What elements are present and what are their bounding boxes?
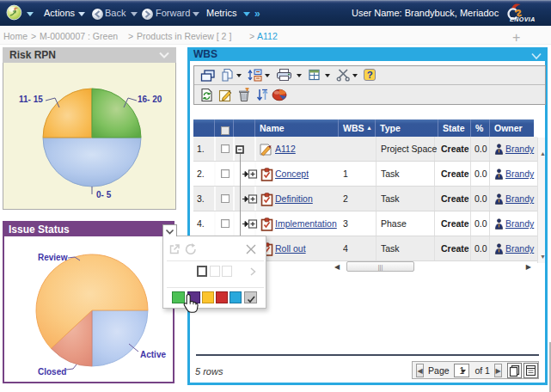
svg-text:Review: Review [38,253,68,262]
svg-text:Active: Active [140,350,166,359]
svg-text:11- 15: 11- 15 [19,95,43,104]
svg-text:16- 20: 16- 20 [138,95,162,104]
svg-text:Closed: Closed [38,367,66,377]
svg-text:0- 5: 0- 5 [96,190,112,199]
